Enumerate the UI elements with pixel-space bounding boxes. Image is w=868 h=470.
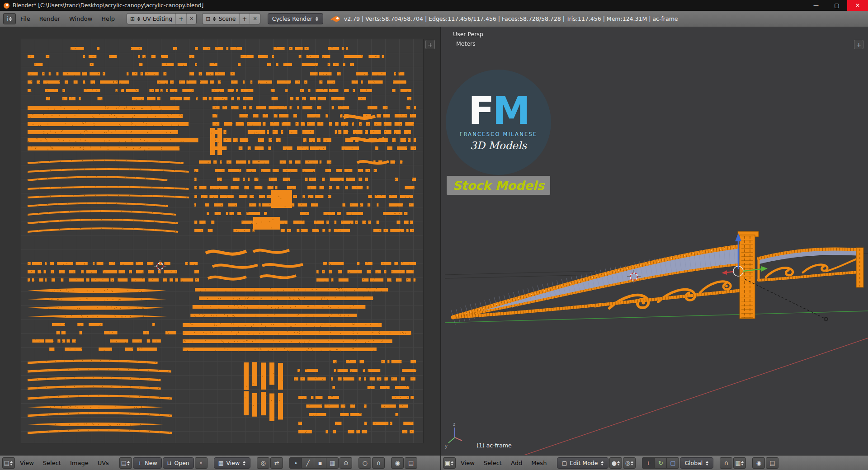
x-arrow[interactable]: [726, 272, 733, 273]
editor-footers: ▤ View Select Image UVs ▤ + New ⊔ Open ⌖: [0, 455, 868, 470]
image-open-button[interactable]: ⊔ Open: [163, 457, 194, 469]
blender-window: Blender* [C:\Users\franc\Desktop\acrylic…: [0, 0, 868, 470]
uv-menu-image[interactable]: Image: [66, 456, 93, 470]
pin-icon: ⌖: [199, 460, 203, 467]
curl-dot: [725, 285, 728, 287]
dropdown-arrows-icon: [9, 17, 12, 21]
draw-other-icon: ▤: [408, 460, 414, 466]
dropdown-arrows-icon: [137, 17, 140, 21]
menu-window[interactable]: Window: [65, 11, 97, 27]
transform-orientation-dropdown[interactable]: Global: [680, 457, 713, 469]
folder-icon: ⊔: [167, 460, 172, 466]
units-overlay: Meters: [456, 40, 476, 47]
vertex-mode-icon: ∙: [294, 460, 297, 466]
uv-menu-select[interactable]: Select: [39, 456, 65, 470]
dropdown-arrows-icon: [451, 461, 453, 465]
ogl-anim-icon: ▤: [769, 460, 775, 466]
uv-canvas[interactable]: [0, 27, 440, 455]
display-label: View: [226, 460, 240, 466]
opengl-render-anim-button[interactable]: ▤: [766, 457, 778, 469]
v3d-menu-select[interactable]: Select: [480, 456, 506, 470]
layout-icon: ⊞: [130, 16, 135, 22]
shading-icon: ●: [612, 460, 617, 466]
v3d-menu-mesh[interactable]: Mesh: [527, 456, 551, 470]
pivot-dropdown[interactable]: ◎: [257, 457, 269, 469]
editor-type-3dview-button[interactable]: ▣: [443, 457, 456, 469]
view-name-overlay: User Persp: [453, 31, 483, 38]
menu-render[interactable]: Render: [35, 11, 65, 27]
menu-help[interactable]: Help: [97, 11, 119, 27]
pin-toggle[interactable]: ⌖: [195, 457, 208, 469]
image-new-button[interactable]: + New: [133, 457, 162, 469]
y-arrow-head[interactable]: [761, 266, 768, 272]
dropdown-arrows-icon: [10, 461, 13, 465]
orientation-label: Global: [684, 460, 703, 466]
snap-element-dropdown[interactable]: ▦: [733, 457, 746, 469]
manipulator-rotate[interactable]: ↻: [654, 457, 667, 469]
uv-menu-uvs[interactable]: UVs: [94, 456, 113, 470]
sticky-select-dropdown[interactable]: ⊙: [340, 457, 352, 469]
window-controls: — ▢ ✕: [806, 0, 868, 11]
editor-type-info-button[interactable]: i: [3, 13, 16, 24]
snap-icon: ∩: [377, 460, 381, 466]
editor-type-image-button[interactable]: ▤: [2, 457, 15, 469]
render-engine-selector[interactable]: Cycles Render: [268, 13, 323, 24]
select-mode-edge[interactable]: ╱: [302, 457, 314, 469]
select-mode-face[interactable]: ▪: [314, 457, 326, 469]
opengl-render-button[interactable]: ◉: [752, 457, 765, 469]
scene-add-button[interactable]: +: [239, 14, 250, 24]
translate-icon: +: [646, 460, 651, 466]
scene-icon: ⊡: [206, 16, 210, 22]
view3d-editor-icon: ▣: [445, 460, 450, 466]
manipulator-scale[interactable]: ▢: [666, 457, 679, 469]
snap-magnet-icon: ∩: [724, 460, 729, 466]
v3d-menu-add[interactable]: Add: [507, 456, 526, 470]
scene-selector[interactable]: ⊡ Scene + ✕: [202, 13, 260, 24]
uv-sync-toggle[interactable]: ⇄: [270, 457, 283, 469]
fm-logo-f: F: [468, 89, 492, 133]
layout-add-button[interactable]: +: [175, 14, 186, 24]
uv-draw-other-button[interactable]: ▤: [405, 457, 417, 469]
viewport-3d[interactable]: z y User Persp Meters FM FRANCESCO MILAN…: [441, 27, 868, 455]
close-button[interactable]: ✕: [847, 0, 868, 11]
dropdown-arrows-icon: [617, 461, 620, 465]
uv-render-button[interactable]: ◉: [391, 457, 404, 469]
screen-layout-selector[interactable]: ⊞ UV Editing + ✕: [127, 13, 197, 24]
pivot-point-dropdown[interactable]: ◎: [623, 457, 636, 469]
viewport-shading-dropdown[interactable]: ●: [609, 457, 622, 469]
scene-delete-button[interactable]: ✕: [250, 14, 259, 24]
region-add-icon[interactable]: +: [425, 40, 435, 49]
menu-file[interactable]: File: [16, 11, 35, 27]
snap-toggle[interactable]: ∩: [720, 457, 732, 469]
v3d-menu-view[interactable]: View: [457, 456, 479, 470]
select-mode-island[interactable]: ▦: [326, 457, 339, 469]
region-add-icon[interactable]: +: [854, 40, 863, 49]
title-bar: Blender* [C:\Users\franc\Desktop\acrylic…: [0, 0, 868, 11]
uv-menu-view[interactable]: View: [16, 456, 38, 470]
x-arrow-head[interactable]: [722, 270, 727, 275]
pivot-icon: ◎: [625, 460, 630, 466]
dropdown-arrows-icon: [601, 461, 604, 465]
new-button-label: New: [145, 460, 157, 466]
proportional-icon: ○: [363, 460, 368, 466]
editor-area: +: [0, 27, 868, 455]
fm-logo-subtitle: 3D Models: [470, 140, 527, 151]
axis-z-label: z: [453, 422, 455, 427]
manipulator-translate[interactable]: +: [642, 457, 655, 469]
image-browse-button[interactable]: ▤: [119, 457, 132, 469]
layout-delete-button[interactable]: ✕: [186, 14, 196, 24]
x-axis-line: [524, 338, 868, 455]
uv-snap-toggle[interactable]: ∩: [372, 457, 385, 469]
maximize-button[interactable]: ▢: [826, 0, 847, 11]
frame-tip: [451, 315, 455, 319]
layout-value: UV Editing: [143, 15, 172, 22]
select-mode-vertex[interactable]: ∙: [289, 457, 302, 469]
proportional-edit-dropdown[interactable]: ○: [359, 457, 371, 469]
uv-image-editor[interactable]: +: [0, 27, 441, 455]
display-channels-dropdown[interactable]: ▦ View: [214, 457, 250, 469]
minimize-button[interactable]: —: [806, 0, 826, 11]
fm-logo: FM FRANCESCO MILANESE 3D Models: [446, 70, 551, 175]
dropdown-arrows-icon: [243, 461, 245, 465]
manipulator-group: + ↻ ▢: [642, 457, 679, 469]
mode-dropdown[interactable]: ▢ Edit Mode: [557, 457, 609, 469]
